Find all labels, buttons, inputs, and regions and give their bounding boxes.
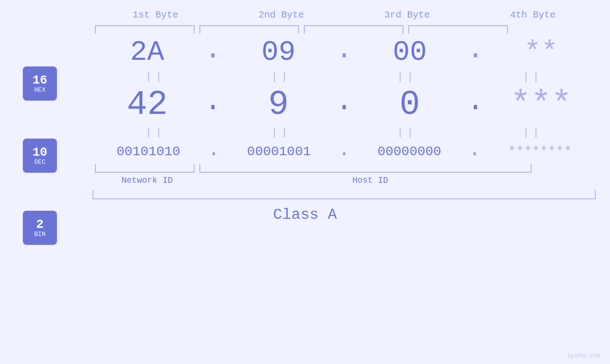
hex-dot-2: .	[336, 36, 353, 69]
hex-value-1: 2A	[114, 36, 180, 68]
bin-cell-1: 00101010	[96, 144, 201, 159]
eq-3: ||	[355, 71, 460, 83]
bin-badge-label: BIN	[34, 231, 45, 238]
eq2-3: ||	[355, 127, 460, 139]
bracket-bottom-network	[95, 164, 195, 173]
bracket-top-2	[199, 25, 299, 34]
dec-cell-1: 42	[95, 85, 199, 124]
bin-value-2: 00001001	[246, 144, 312, 159]
outer-bracket	[93, 190, 596, 199]
equals-row-1: || || || ||	[93, 71, 596, 83]
hex-dot-1: .	[204, 36, 221, 69]
eq2-1: ||	[103, 127, 208, 139]
byte1-header: 1st Byte	[103, 9, 208, 20]
byte4-header: 4th Byte	[481, 9, 585, 20]
bracket-top-4	[408, 25, 508, 34]
id-labels-row: Network ID Host ID	[93, 176, 596, 185]
hex-value-4: **	[508, 36, 574, 68]
hex-badge: 16 HEX	[23, 66, 57, 101]
bin-cell-4: ********	[488, 144, 592, 159]
dec-cell-4: ***	[489, 85, 593, 124]
hex-value-2: 09	[245, 36, 312, 68]
hex-cell-4: **	[489, 36, 593, 68]
eq2-2: ||	[229, 127, 334, 139]
network-id-label: Network ID	[95, 176, 199, 185]
byte2-header: 2nd Byte	[229, 9, 334, 20]
dec-badge: 10 DEC	[23, 139, 57, 173]
header-row: 1st Byte 2nd Byte 3rd Byte 4th Byte	[93, 9, 596, 20]
bottom-brackets	[93, 164, 596, 173]
hex-cell-2: 09	[226, 36, 331, 68]
eq-4: ||	[481, 71, 585, 83]
bin-cell-3: 00000000	[357, 144, 461, 159]
dec-cell-2: 9	[226, 85, 331, 124]
hex-cell-3: 00	[357, 36, 462, 68]
hex-badge-num: 16	[32, 74, 47, 86]
bracket-top-3	[304, 25, 404, 34]
dec-row: 42 . 9 . 0 . ***	[93, 85, 596, 124]
eq2-4: ||	[481, 127, 585, 139]
hex-cell-1: 2A	[95, 36, 199, 68]
dec-value-4: ***	[508, 85, 574, 124]
bin-cell-2: 00001001	[227, 144, 331, 159]
bin-value-4: ********	[507, 144, 573, 159]
dec-value-2: 9	[245, 85, 312, 124]
eq-2: ||	[229, 71, 334, 83]
top-brackets	[93, 25, 596, 34]
dec-cell-3: 0	[357, 85, 462, 124]
dec-dot-2: .	[336, 87, 353, 123]
host-id-label: Host ID	[204, 176, 536, 185]
dec-dot-3: .	[467, 87, 484, 123]
bin-value-1: 00101010	[115, 144, 182, 159]
watermark: ipshu.com	[567, 352, 601, 359]
bin-badge: 2 BIN	[23, 211, 57, 245]
dec-badge-num: 10	[32, 146, 47, 159]
hex-badge-label: HEX	[34, 86, 45, 93]
dec-value-3: 0	[376, 85, 443, 124]
base-badges: 16 HEX 10 DEC 2 BIN	[23, 66, 57, 245]
hex-value-3: 00	[376, 36, 443, 68]
byte3-header: 3rd Byte	[355, 9, 460, 20]
bracket-top-1	[95, 25, 195, 34]
bin-row: 00101010 . 00001001 . 00000000 . *******…	[93, 141, 596, 162]
dec-value-1: 42	[114, 85, 180, 124]
bracket-bottom-host	[199, 164, 532, 173]
hex-row: 2A . 09 . 00 . **	[93, 36, 596, 69]
dec-badge-label: DEC	[34, 159, 45, 166]
bin-badge-num: 2	[36, 218, 44, 231]
dec-dot-1: .	[204, 87, 221, 123]
hex-dot-3: .	[467, 36, 484, 69]
bin-value-3: 00000000	[376, 144, 442, 159]
eq-1: ||	[103, 71, 208, 83]
equals-row-2: || || || ||	[93, 127, 596, 139]
main-container: 1st Byte 2nd Byte 3rd Byte 4th Byte 16 H…	[0, 0, 610, 364]
class-label: Class A	[273, 206, 337, 224]
bin-dot-2: .	[338, 141, 350, 162]
bin-dot-3: .	[469, 141, 480, 162]
bin-dot-1: .	[208, 141, 219, 162]
